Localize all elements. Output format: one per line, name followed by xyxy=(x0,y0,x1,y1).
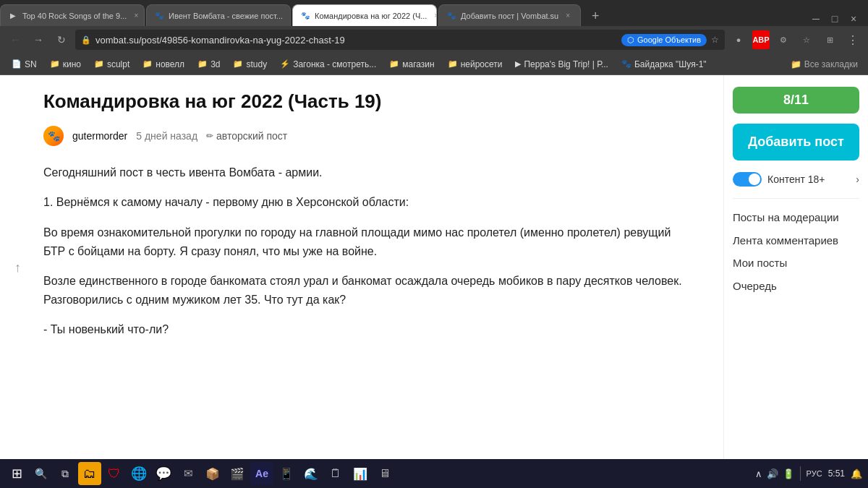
menu-button[interactable]: ⋮ xyxy=(843,30,862,49)
taskbar-app-box[interactable]: 📦 xyxy=(201,462,224,485)
taskbar-app-av[interactable]: 🛡 xyxy=(103,462,126,485)
bookmark-baidarka[interactable]: 🐾 Байдарка "Шуя-1" xyxy=(616,57,712,72)
bookmark-kino[interactable]: 📁 кино xyxy=(44,57,87,72)
taskbar-app-browser[interactable]: 🌐 xyxy=(127,462,150,485)
taskbar-app-wave[interactable]: 🌊 xyxy=(299,462,323,485)
new-tab-button[interactable]: + xyxy=(585,6,605,26)
bookmark-sculpt-label: sculpt xyxy=(107,59,129,69)
tab-4-label: Добавить пост | Vombat.su xyxy=(461,12,558,20)
taskbar-app-ae[interactable]: Ae xyxy=(250,462,273,485)
post-type-label: авторский пост xyxy=(216,130,287,142)
bookmarks-bar: 📄 SN 📁 кино 📁 sculpt 📁 новелл 📁 3d 📁 stu… xyxy=(0,53,868,75)
bookmark-peppa[interactable]: ▶ Перра's Big Trip! | Р... xyxy=(509,57,613,72)
minimize-button[interactable]: ─ xyxy=(809,12,823,26)
tab-3-close[interactable]: × xyxy=(431,11,437,21)
tab-2-favicon: 🐾 xyxy=(154,11,164,21)
sidebar-link-moderation[interactable]: Посты на модерации xyxy=(733,210,859,225)
bookmark-sculpt-icon: 📁 xyxy=(94,59,104,69)
bookmark-peppa-label: Перра's Big Trip! | Р... xyxy=(524,59,608,69)
bookmark-magazin[interactable]: 📁 магазин xyxy=(383,57,440,72)
tab-4-close[interactable]: × xyxy=(563,11,573,21)
address-text: vombat.su/post/49856-komandirovka-na-yug… xyxy=(95,35,617,46)
bookmark-novell-icon: 📁 xyxy=(142,59,153,69)
sidebar-link-feed[interactable]: Лента комментариев xyxy=(733,234,859,248)
extension-3[interactable]: ⚙ xyxy=(774,30,793,49)
article-body: Сегодняшний пост в честь ивента Вомбата … xyxy=(43,163,694,339)
forward-button[interactable]: → xyxy=(29,30,48,49)
bookmark-study-icon: 📁 xyxy=(233,59,243,69)
add-post-button[interactable]: Добавить пост xyxy=(733,124,859,160)
tab-1-favicon: ▶ xyxy=(8,11,18,21)
maximize-button[interactable]: □ xyxy=(827,12,842,26)
bookmark-sn[interactable]: 📄 SN xyxy=(6,57,43,72)
taskbar: ⊞ 🔍 ⧉ 🗂 🛡 🌐 💬 ✉ 📦 🎬 Ae 📱 🌊 🗒 📊 🖥 ∧ 🔊 🔋 Р… xyxy=(0,459,868,488)
content-toggle: Контент 18+ › xyxy=(733,172,859,199)
bookmark-sn-icon: 📄 xyxy=(12,59,22,69)
content-expand-icon[interactable]: › xyxy=(856,174,859,185)
progress-badge: 8/11 xyxy=(733,87,859,114)
extension-4[interactable]: ☆ xyxy=(797,30,816,49)
sidebar-link-queue[interactable]: Очередь xyxy=(733,279,859,294)
tab-4-favicon: 🐾 xyxy=(446,11,456,21)
bookmark-baidarka-icon: 🐾 xyxy=(621,59,631,69)
taskbar-app-display[interactable]: 🖥 xyxy=(373,462,396,485)
tab-2[interactable]: 🐾 Ивент Вомбата - свежие пост... × xyxy=(146,4,291,26)
secure-icon: 🔒 xyxy=(81,35,91,45)
taskbar-app-mail[interactable]: ✉ xyxy=(176,462,200,485)
bookmarks-more[interactable]: 📁 Все закладки xyxy=(786,57,862,72)
bookmark-sculpt[interactable]: 📁 sculpt xyxy=(88,57,135,72)
taskbar-app-note[interactable]: 🗒 xyxy=(324,462,347,485)
address-bar[interactable]: 🔒 vombat.su/post/49856-komandirovka-na-y… xyxy=(75,30,725,50)
bookmark-study[interactable]: 📁 study xyxy=(227,57,273,72)
author-avatar: 🐾 xyxy=(43,126,64,146)
bookmark-neural[interactable]: 📁 нейросети xyxy=(442,57,509,72)
address-actions: ☆ xyxy=(711,35,719,45)
tab-3[interactable]: 🐾 Командировка на юг 2022 (Ч... × xyxy=(292,4,437,26)
star-icon[interactable]: ☆ xyxy=(711,35,719,45)
sidebar-link-my-posts[interactable]: Мои посты xyxy=(733,256,859,270)
notification-icon[interactable]: 🔔 xyxy=(851,468,862,479)
taskbar-app-phone[interactable]: 📱 xyxy=(275,462,298,485)
taskbar-search-button[interactable]: 🔍 xyxy=(30,463,51,484)
scroll-up-arrow[interactable]: ↑ xyxy=(14,260,21,275)
back-button[interactable]: ← xyxy=(6,30,25,49)
tray-up-icon[interactable]: ∧ xyxy=(755,468,762,479)
toggle-knob xyxy=(749,174,760,185)
close-window-button[interactable]: × xyxy=(846,12,861,26)
extension-5[interactable]: ⊞ xyxy=(820,30,839,49)
bookmark-magazin-icon: 📁 xyxy=(389,59,399,69)
bookmark-zagonka[interactable]: ⚡ Загонка - смотреть... xyxy=(274,57,382,72)
tab-2-close[interactable]: × xyxy=(287,11,291,21)
tab-3-label: Командировка на юг 2022 (Ч... xyxy=(315,12,427,20)
bookmark-zagonka-label: Загонка - смотреть... xyxy=(293,59,376,69)
tab-2-label: Ивент Вомбата - свежие пост... xyxy=(169,12,283,20)
google-lens-button[interactable]: ⬡ Google Объектив xyxy=(621,34,707,46)
author-name[interactable]: gutermorder xyxy=(72,130,127,142)
taskbar-app-taskview[interactable]: ⧉ xyxy=(54,462,77,485)
bookmark-3d-label: 3d xyxy=(210,59,220,69)
refresh-button[interactable]: ↻ xyxy=(52,30,71,49)
extension-2[interactable]: ABP xyxy=(752,30,770,49)
article-area: ↑ Командировка на юг 2022 (Часть 19) 🐾 g… xyxy=(0,75,723,459)
bookmark-3d[interactable]: 📁 3d xyxy=(192,57,226,72)
bookmark-kino-label: кино xyxy=(63,59,81,69)
bookmark-novell-label: новелл xyxy=(156,59,184,69)
volume-icon: 🔋 xyxy=(783,468,794,479)
tab-1-close[interactable]: × xyxy=(131,11,141,21)
bookmarks-more-icon: 📁 xyxy=(791,59,801,69)
taskbar-app-file-explorer[interactable]: 🗂 xyxy=(78,462,101,485)
taskbar-app-chart[interactable]: 📊 xyxy=(349,462,372,485)
tab-1[interactable]: ▶ Top 40 Rock Songs of the 9... × xyxy=(0,4,145,26)
taskbar-app-media[interactable]: 🎬 xyxy=(226,462,249,485)
content-18-toggle[interactable] xyxy=(733,172,762,187)
lens-icon: ⬡ xyxy=(627,35,634,45)
tray-divider xyxy=(800,466,801,481)
taskbar-tray: ∧ 🔊 🔋 xyxy=(755,468,794,479)
taskbar-app-whatsapp[interactable]: 💬 xyxy=(152,462,175,485)
language-indicator[interactable]: РУС xyxy=(807,469,822,478)
bookmark-novell[interactable]: 📁 новелл xyxy=(137,57,190,72)
extension-1[interactable]: ● xyxy=(729,30,748,49)
windows-start-button[interactable]: ⊞ xyxy=(6,463,27,484)
tab-4[interactable]: 🐾 Добавить пост | Vombat.su × xyxy=(438,4,581,26)
taskbar-clock[interactable]: 5:51 xyxy=(828,468,845,479)
